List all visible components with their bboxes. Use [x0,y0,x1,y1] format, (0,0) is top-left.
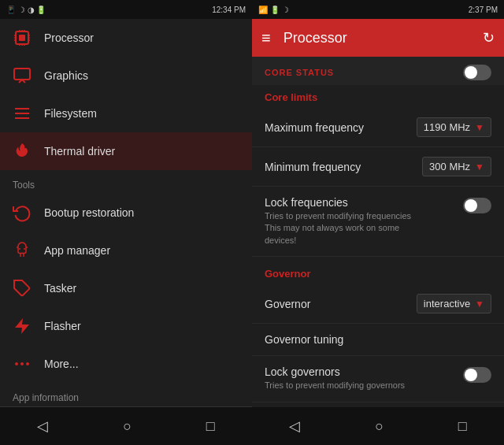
lock-governors-toggle[interactable] [463,367,491,383]
svg-rect-14 [14,69,30,80]
status-bar-right: 📶 🔋 ☽ 2:37 PM [252,0,504,19]
svg-rect-1 [19,35,25,41]
android-icon [13,241,32,260]
svg-point-18 [19,248,20,250]
nav-item-more[interactable]: More... [0,345,252,383]
nav-item-appmanager[interactable]: App manager [0,232,252,269]
governor-subheader: Governor [252,257,504,284]
chevron-down-icon-2: ▼ [475,161,484,172]
right-panel: 📶 🔋 ☽ 2:37 PM ≡ Processor ↻ CORE STATUS … [252,0,504,445]
core-status-header: CORE STATUS [252,57,504,85]
chevron-down-icon-3: ▼ [475,299,484,310]
core-status-toggle[interactable] [463,65,491,80]
nav-item-bootup[interactable]: Bootup restoration [0,194,252,232]
svg-point-26 [15,362,18,365]
nav-label-processor: Processor [44,32,94,44]
chevron-down-icon: ▼ [475,122,484,133]
back-button-left[interactable]: ◁ [21,411,64,441]
back-button-right[interactable]: ◁ [273,411,316,441]
lock-freq-toggle[interactable] [463,198,491,213]
bottom-nav-left: ◁ ○ □ [0,407,252,445]
max-freq-dropdown[interactable]: 1190 MHz ▼ [417,117,491,137]
toolbar-title: Processor [284,30,470,46]
cpu-icon [13,28,32,47]
monitor-icon [13,66,32,85]
lock-freq-sublabel: Tries to prevent modifying frequencies T… [265,210,463,247]
governor-dropdown[interactable]: interactive ▼ [417,294,491,313]
governor-label: Governor [265,268,311,280]
core-limits-label: Core limits [265,91,317,103]
lock-freq-row: Lock frequencies Tries to prevent modify… [252,187,504,257]
right-status-icons: 📶 🔋 ☽ [258,6,289,14]
min-freq-label: Minimum frequency [265,161,422,173]
left-panel: 📱 ☽ ◑ 🔋 12:34 PM Processor Graphics File… [0,0,252,445]
refresh-icon[interactable]: ↻ [483,29,495,46]
nav-label-thermal: Thermal driver [44,145,115,158]
menu-icon[interactable]: ≡ [261,29,271,47]
nav-label-more: More... [44,358,79,370]
nav-label-graphics: Graphics [44,69,88,82]
recents-button-right[interactable]: □ [443,412,483,441]
history-icon [13,203,32,222]
lock-governors-label: Lock governors Tries to prevent modifyin… [265,365,463,391]
max-freq-row: Maximum frequency 1190 MHz ▼ [252,108,504,147]
flame-icon [13,142,32,161]
content-area: CORE STATUS Core limits Maximum frequenc… [252,57,504,407]
svg-point-27 [20,362,24,365]
min-freq-dropdown[interactable]: 300 MHz ▼ [422,157,491,176]
lock-governors-row: Lock governors Tries to prevent modifyin… [252,356,504,402]
home-button-left[interactable]: ○ [107,412,147,441]
min-freq-value: 300 MHz [429,161,470,172]
more-icon [13,354,32,373]
left-time: 12:34 PM [212,6,246,14]
nav-item-processor[interactable]: Processor [0,19,252,57]
recents-button-left[interactable]: □ [191,412,231,441]
right-time: 2:37 PM [469,6,498,14]
svg-marker-25 [15,318,29,334]
svg-point-19 [24,248,25,250]
lock-freq-label: Lock frequencies Tries to prevent modify… [265,196,463,247]
bolt-icon [13,317,32,336]
nav-label-bootup: Bootup restoration [44,206,134,219]
max-freq-label: Maximum frequency [265,121,417,134]
governor-tuning-row[interactable]: Governor tuning [252,324,504,356]
min-freq-row: Minimum frequency 300 MHz ▼ [252,147,504,187]
tools-section-label: Tools [0,170,252,194]
nav-item-flasher[interactable]: Flasher [0,307,252,345]
nav-item-filesystem[interactable]: Filesystem [0,95,252,132]
nav-item-graphics[interactable]: Graphics [0,57,252,95]
nav-label-appmanager: App manager [44,244,110,257]
svg-point-28 [26,362,29,365]
hdd-icon [13,104,32,123]
toolbar: ≡ Processor ↻ [252,19,504,57]
home-button-right[interactable]: ○ [359,412,399,441]
nav-label-filesystem: Filesystem [44,107,97,120]
lock-governors-sublabel: Tries to prevent modifying governors [265,380,463,391]
core-status-label: CORE STATUS [265,68,334,77]
governor-row: Governor interactive ▼ [252,284,504,324]
left-status-icons: 📱 ☽ ◑ 🔋 [6,6,46,14]
governor-select-label: Governor [265,298,417,310]
nav-item-thermal[interactable]: Thermal driver [0,132,252,170]
nav-item-tasker[interactable]: Tasker [0,269,252,307]
nav-label-flasher: Flasher [44,320,81,332]
bottom-nav-right: ◁ ○ □ [252,407,504,445]
app-info-label: App information [0,383,252,406]
puzzle-icon [13,279,32,298]
nav-items: Processor Graphics Filesystem Thermal dr… [0,19,252,407]
status-bar-left: 📱 ☽ ◑ 🔋 12:34 PM [0,0,252,19]
max-freq-value: 1190 MHz [424,121,470,133]
core-limits-subheader: Core limits [252,85,504,108]
nav-label-tasker: Tasker [44,282,76,295]
governor-value: interactive [424,298,470,310]
governor-tuning-label: Governor tuning [265,333,491,346]
